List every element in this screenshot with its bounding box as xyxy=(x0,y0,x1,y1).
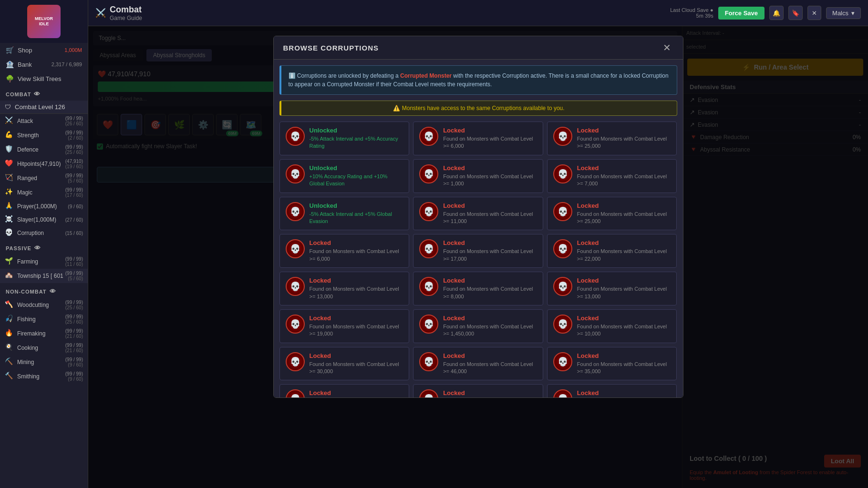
sidebar-item-ranged[interactable]: 🏹 Ranged (99 / 99) (5 / 60) xyxy=(0,171,88,185)
corruption-desc-18: Found on Monsters with Combat Level >= 3… xyxy=(310,361,403,376)
corruption-item-15[interactable]: 💀LockedFound on Monsters with Combat Lev… xyxy=(279,309,410,343)
corruption-desc-13: Found on Monsters with Combat Level >= 8… xyxy=(443,285,537,300)
corruption-desc-12: Found on Monsters with Combat Level >= 1… xyxy=(310,285,403,300)
corruption-item-19[interactable]: 💀LockedFound on Monsters with Combat Lev… xyxy=(413,347,543,381)
notification-button[interactable]: 🔔 xyxy=(769,6,784,20)
corruption-status-2: Locked xyxy=(577,127,671,134)
modal-close-button[interactable]: ✕ xyxy=(661,42,673,53)
user-menu[interactable]: Malcs ▾ xyxy=(826,7,861,19)
topbar: ⚔️ Combat Game Guide Last Cloud Save ● 5… xyxy=(88,0,868,26)
corruption-item-2[interactable]: 💀LockedFound on Monsters with Combat Lev… xyxy=(547,122,677,155)
corruption-status-11: Locked xyxy=(577,239,671,246)
sidebar-item-cooking[interactable]: 🍳 Cooking (99 / 99) (21 / 60) xyxy=(0,341,88,355)
corruption-icon-8: 💀 xyxy=(553,202,572,221)
corruption-desc-15: Found on Monsters with Combat Level >= 1… xyxy=(310,323,403,338)
corruption-item-1[interactable]: 💀LockedFound on Monsters with Combat Lev… xyxy=(413,122,543,155)
corruption-status-16: Locked xyxy=(443,315,537,322)
corruption-desc-0: -5% Attack Interval and +5% Accuracy Rat… xyxy=(310,135,403,150)
sidebar-item-woodcutting[interactable]: 🪓 Woodcutting (99 / 99) (25 / 60) xyxy=(0,298,88,312)
modal-warning-box: ⚠️ Monsters have access to the same Corr… xyxy=(279,101,677,116)
corruption-icon-3: 💀 xyxy=(286,164,305,183)
corruption-desc-5: Found on Monsters with Combat Level >= 7… xyxy=(577,173,671,188)
corruption-item-0[interactable]: 💀Unlocked-5% Attack Interval and +5% Acc… xyxy=(279,122,410,155)
corruption-status-15: Locked xyxy=(310,315,403,322)
game-guide-link[interactable]: Game Guide xyxy=(110,15,146,21)
topbar-right: Last Cloud Save ● 5m 39s Force Save 🔔 🔖 … xyxy=(670,6,861,20)
corruption-desc-10: Found on Monsters with Combat Level >= 1… xyxy=(443,248,537,263)
corruption-item-6[interactable]: 💀Unlocked-5% Attack Interval and +5% Glo… xyxy=(279,197,410,231)
hitpoints-icon: ❤️ xyxy=(5,159,14,169)
corruption-item-12[interactable]: 💀LockedFound on Monsters with Combat Lev… xyxy=(279,272,410,305)
sidebar-item-bank[interactable]: 🏦 Bank 2,317 / 6,989 xyxy=(0,57,88,71)
sidebar-item-strength[interactable]: 💪 Strength (99 / 99) (2 / 60) xyxy=(0,128,88,142)
corruption-status-23: Locked xyxy=(577,389,671,396)
ranged-icon: 🏹 xyxy=(5,173,14,183)
eye-icon[interactable]: 👁 xyxy=(34,91,41,98)
sidebar-item-prayer[interactable]: 🙏 Prayer(1,000M) (9 / 60) xyxy=(0,200,88,213)
sidebar-item-shop[interactable]: 🛒 Shop 1,000M xyxy=(0,43,88,57)
corruption-item-16[interactable]: 💀LockedFound on Monsters with Combat Lev… xyxy=(413,309,543,343)
bookmark-button[interactable]: 🔖 xyxy=(788,6,803,20)
defence-icon: 🛡️ xyxy=(5,145,14,154)
sidebar-item-slayer[interactable]: ☠️ Slayer(1,000M) (27 / 60) xyxy=(0,213,88,226)
sidebar-item-hitpoints[interactable]: ❤️ Hitpoints(47,910) (47,910) (19 / 60) xyxy=(0,157,88,171)
attack-icon: ⚔️ xyxy=(5,116,14,126)
corruption-item-4[interactable]: 💀LockedFound on Monsters with Combat Lev… xyxy=(413,159,543,193)
combat-level-row: 🛡 Combat Level 126 xyxy=(0,101,88,114)
chevron-down-icon: ▾ xyxy=(851,10,855,17)
sidebar-item-farming[interactable]: 🌱 Farming (99 / 99) (11 / 60) xyxy=(0,254,88,269)
corruption-item-7[interactable]: 💀LockedFound on Monsters with Combat Lev… xyxy=(413,197,543,231)
sidebar-item-defence[interactable]: 🛡️ Defence (99 / 99) (25 / 60) xyxy=(0,142,88,157)
corruption-status-6: Unlocked xyxy=(310,202,403,209)
corruption-status-20: Locked xyxy=(577,352,671,359)
sidebar-item-attack[interactable]: ⚔️ Attack (99 / 99) (26 / 60) xyxy=(0,114,88,128)
sidebar-item-fishing[interactable]: 🎣 Fishing (99 / 99) (25 / 60) xyxy=(0,312,88,326)
prayer-icon: 🙏 xyxy=(5,202,14,211)
corruption-icon: 💀 xyxy=(5,228,14,238)
corruption-item-17[interactable]: 💀LockedFound on Monsters with Combat Lev… xyxy=(547,309,677,343)
modal-info-box: ℹ️ Corruptions are unlocked by defeating… xyxy=(279,65,677,95)
corruption-desc-20: Found on Monsters with Combat Level >= 3… xyxy=(577,361,671,376)
corruption-status-10: Locked xyxy=(443,239,537,246)
eye-icon-passive[interactable]: 👁 xyxy=(34,244,41,252)
corruption-item-23[interactable]: 💀LockedFound on Monsters with Combat Lev… xyxy=(547,384,677,398)
corruption-icon-23: 💀 xyxy=(553,389,572,398)
sidebar-item-smithing[interactable]: 🔨 Smithing (99 / 99) (9 / 60) xyxy=(0,369,88,384)
corruption-icon-15: 💀 xyxy=(286,315,305,334)
shop-icon: 🛒 xyxy=(6,46,14,54)
corruption-item-3[interactable]: 💀Unlocked+10% Accuracy Rating and +10% G… xyxy=(279,159,410,193)
strength-icon: 💪 xyxy=(5,131,14,140)
sidebar-item-township[interactable]: 🏘️ Township 15 [ 601 (99 / 99) (5 / 60) xyxy=(0,269,88,283)
corruption-status-22: Locked xyxy=(443,389,537,396)
corruption-item-20[interactable]: 💀LockedFound on Monsters with Combat Lev… xyxy=(547,347,677,381)
corruption-item-5[interactable]: 💀LockedFound on Monsters with Combat Lev… xyxy=(547,159,677,193)
corruption-item-14[interactable]: 💀LockedFound on Monsters with Combat Lev… xyxy=(547,272,677,305)
eye-icon-noncombat[interactable]: 👁 xyxy=(50,288,56,295)
corruption-icon-22: 💀 xyxy=(419,389,438,398)
slayer-icon: ☠️ xyxy=(5,215,14,224)
close-button[interactable]: ✕ xyxy=(807,6,821,20)
corruption-item-13[interactable]: 💀LockedFound on Monsters with Combat Lev… xyxy=(413,272,543,305)
noncombat-section-header: NON-COMBAT 👁 xyxy=(0,285,88,298)
user-label: Malcs xyxy=(832,10,848,17)
sidebar-item-corruption[interactable]: 💀 Corruption (15 / 60) xyxy=(0,226,88,240)
corruption-item-22[interactable]: 💀LockedFound on Monsters with Combat Lev… xyxy=(413,384,543,398)
info-icon: ℹ️ xyxy=(289,72,297,79)
sidebar-item-magic[interactable]: ✨ Magic (99 / 99) (17 / 60) xyxy=(0,185,88,200)
corruption-status-12: Locked xyxy=(310,277,403,284)
corruption-item-18[interactable]: 💀LockedFound on Monsters with Combat Lev… xyxy=(279,347,410,381)
corruption-desc-9: Found on Monsters with Combat Level >= 6… xyxy=(310,248,403,263)
sidebar-logo: MELVORIDLE xyxy=(0,0,88,43)
sidebar-item-mining[interactable]: ⛏️ Mining (99 / 99) (9 / 60) xyxy=(0,355,88,369)
mining-icon: ⛏️ xyxy=(5,357,14,367)
sidebar-item-firemaking[interactable]: 🔥 Firemaking (99 / 99) (21 / 60) xyxy=(0,326,88,341)
corruption-status-8: Locked xyxy=(577,202,671,209)
corruption-item-10[interactable]: 💀LockedFound on Monsters with Combat Lev… xyxy=(413,234,543,268)
force-save-button[interactable]: Force Save xyxy=(718,7,765,20)
corruption-item-8[interactable]: 💀LockedFound on Monsters with Combat Lev… xyxy=(547,197,677,231)
corruption-item-11[interactable]: 💀LockedFound on Monsters with Combat Lev… xyxy=(547,234,677,268)
sidebar-item-skill-trees[interactable]: 🌳 View Skill Trees xyxy=(0,71,88,86)
corruption-item-21[interactable]: 💀LockedFound on Monsters with Combat Lev… xyxy=(279,384,410,398)
corruption-icon-1: 💀 xyxy=(419,127,438,146)
corruption-item-9[interactable]: 💀LockedFound on Monsters with Combat Lev… xyxy=(279,234,410,268)
